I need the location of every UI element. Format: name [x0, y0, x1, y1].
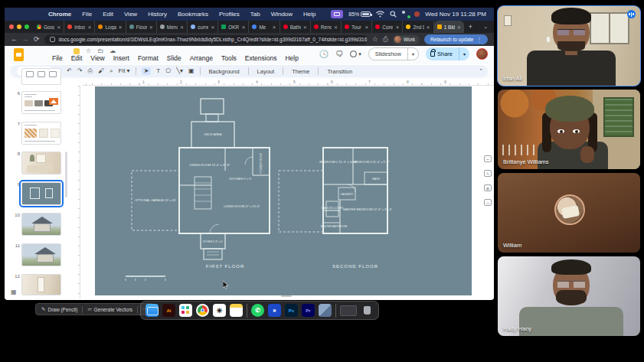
tab-close-icon[interactable]: ✕ [427, 24, 430, 30]
kebab-menu-icon[interactable]: ⋮ [477, 37, 482, 43]
save-download-icon[interactable]: ⎙ [383, 36, 388, 43]
participant-tile[interactable]: William [498, 173, 640, 253]
version-history-icon[interactable]: 🕓 [319, 50, 329, 58]
menu-extensions[interactable]: Extensions [245, 54, 277, 62]
menu-format[interactable]: Format [138, 54, 159, 62]
participant-tile[interactable]: Brittanye Williams [498, 90, 640, 169]
print-icon[interactable]: ⎙ [88, 68, 93, 74]
menubar-item-view[interactable]: View [124, 11, 137, 18]
menu-view[interactable]: View [90, 54, 104, 62]
slack-dock-icon[interactable] [179, 304, 192, 317]
notes-dock-icon[interactable] [230, 304, 243, 317]
preview-dock-icon[interactable] [319, 304, 332, 317]
browser-tab[interactable]: Tour✕ [342, 21, 372, 33]
minimize-window-button[interactable] [17, 24, 21, 29]
slide-thumbnail-9-selected[interactable] [21, 182, 61, 205]
shape-tool-icon[interactable]: ⬠ [165, 68, 171, 74]
tab-close-icon[interactable]: ✕ [149, 24, 153, 30]
tab-close-icon[interactable]: ✕ [211, 24, 214, 30]
paint-format-icon[interactable]: 🖌 [98, 68, 104, 74]
minimized-window-thumbnail[interactable] [340, 305, 357, 316]
grid-view-icon[interactable]: ▦ [11, 289, 17, 295]
draw-extension-toolbar[interactable]: ✎ Draw (Pencil) ▱ Generate Vectors ⋯ [35, 303, 154, 315]
slide-thumbnail-11[interactable] [21, 243, 61, 266]
notes-panel-icon[interactable]: ✎ [484, 170, 492, 177]
browser-tab[interactable]: 2nd D✕ [403, 21, 433, 33]
slide-thumbnail-12[interactable] [21, 274, 61, 295]
slide-filmstrip[interactable]: 6 7 8 [5, 79, 67, 298]
menubar-item-edit[interactable]: Edit [103, 11, 113, 18]
zoom-icon[interactable]: ⌕ [110, 68, 113, 74]
bookmark-star-icon[interactable]: ☆ [372, 36, 378, 43]
star-document-icon[interactable]: ☆ [86, 47, 91, 54]
browser-tab[interactable]: Renov✕ [311, 21, 342, 33]
google-slides-logo-icon[interactable] [14, 48, 24, 61]
theme-button[interactable]: Theme [289, 68, 312, 75]
redo-icon[interactable]: ↷ [77, 68, 83, 74]
profile-chip[interactable]: Work [393, 35, 420, 44]
menubar-item-file[interactable]: File [82, 11, 92, 18]
tab-close-icon[interactable]: ✕ [119, 24, 123, 30]
browser-tab[interactable]: Core✕ [372, 21, 403, 33]
tab-close-icon[interactable]: ✕ [180, 24, 184, 30]
participant-tile[interactable]: Irfan Ali [498, 6, 640, 86]
layout-button[interactable]: Layout [254, 68, 278, 75]
account-avatar[interactable] [476, 48, 488, 60]
illustrator-dock-icon[interactable]: Ai [162, 304, 175, 317]
menubar-item-help[interactable]: Help [303, 11, 315, 18]
new-tab-button[interactable]: + [464, 23, 477, 31]
slide-thumbnail-6[interactable] [21, 91, 61, 114]
transition-button[interactable]: Transition [324, 68, 355, 75]
browser-tab[interactable]: Menu✕ [157, 21, 188, 33]
tab-close-icon[interactable]: ✕ [87, 24, 91, 30]
slide-thumbnail-5-partial[interactable] [21, 68, 61, 85]
menubar-item-history[interactable]: History [148, 11, 167, 18]
zoom-window-button[interactable] [25, 24, 29, 29]
line-tool-icon[interactable]: ╲▾ [176, 68, 183, 74]
background-button[interactable]: Background [206, 68, 243, 75]
folder-panel-icon[interactable]: ▭ [484, 199, 492, 206]
close-window-button[interactable] [9, 24, 14, 29]
screen-record-indicator-icon[interactable] [331, 10, 343, 18]
doc-title-emoji[interactable] [74, 48, 80, 54]
tab-close-icon[interactable]: ✕ [364, 24, 368, 30]
browser-tab-active[interactable]: 1 Bldg✕ [434, 21, 464, 33]
menubar-item-tab[interactable]: Tab [250, 11, 260, 18]
photoshop-dock-icon[interactable]: Ps [285, 304, 298, 317]
slideshow-dropdown-icon[interactable]: ▾ [408, 51, 418, 57]
premiere-dock-icon[interactable]: Pr [302, 304, 315, 317]
fast-user-switch-icon[interactable] [402, 11, 409, 18]
slide-thumbnail-7[interactable] [21, 122, 61, 145]
menubar-clock[interactable]: Wed Nov 19 11:28 PM [425, 11, 486, 18]
speaker-notes-drag-handle[interactable] [281, 295, 292, 297]
tab-close-icon[interactable]: ✕ [57, 24, 60, 30]
forward-icon[interactable]: → [22, 36, 29, 43]
browser-tab[interactable]: OKRs✕ [218, 21, 249, 33]
menu-arrange[interactable]: Arrange [190, 54, 213, 62]
tab-close-icon[interactable]: ✕ [334, 24, 338, 30]
tab-close-icon[interactable]: ✕ [273, 24, 276, 30]
menu-slide[interactable]: Slide [167, 54, 181, 62]
chrome-dock-icon[interactable] [196, 304, 209, 317]
comments-icon[interactable]: 🗨 [335, 50, 343, 58]
menu-help[interactable]: Help [285, 54, 298, 62]
slide-9-canvas[interactable]: DECK AREA DINING ROOM 13'-4" x 11'-8" KI… [95, 86, 472, 295]
slide-thumbnail-8[interactable] [21, 152, 61, 174]
spotlight-search-icon[interactable] [390, 11, 397, 18]
browser-tab[interactable]: curre✕ [188, 21, 218, 33]
menubar-item-bookmarks[interactable]: Bookmarks [178, 11, 208, 18]
generate-vectors-button[interactable]: ▱ Generate Vectors [87, 306, 132, 312]
menubar-item-chrome[interactable]: Chrome [48, 11, 71, 18]
blue-app-dock-icon[interactable]: ▤ [268, 304, 281, 317]
tab-close-icon[interactable]: ✕ [395, 24, 399, 30]
url-omnibox[interactable]: docs.google.com/presentation/d/1lDWsILEq… [44, 35, 368, 44]
trash-dock-icon[interactable] [361, 304, 374, 317]
tab-close-icon[interactable]: ✕ [303, 24, 307, 30]
browser-tab[interactable]: Bathr✕ [280, 21, 311, 33]
tab-overflow-chevron-icon[interactable]: ⌄ [477, 24, 494, 30]
menu-tools[interactable]: Tools [221, 54, 237, 62]
relaunch-to-update-button[interactable]: Relaunch to update ⋮ [424, 34, 488, 44]
share-dropdown-icon[interactable]: ▾ [459, 51, 469, 57]
participant-tile[interactable]: Hady Hany [498, 256, 640, 336]
slide-canvas[interactable]: 1 2 3 4 5 6 7 8 9 [67, 79, 494, 298]
